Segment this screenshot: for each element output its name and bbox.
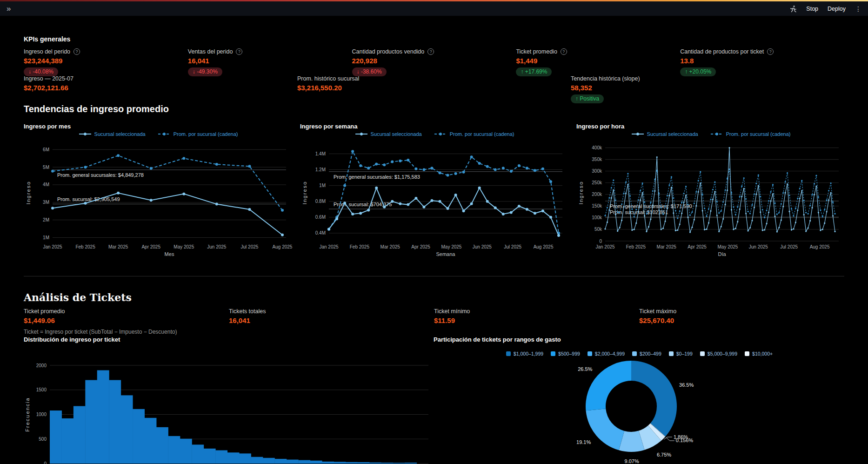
metric-ticket-maximo: Ticket máximo $25,670.40 <box>639 308 844 324</box>
metric-productos-por-ticket: Cantidad de productos por ticket? 13.8 ↑… <box>680 48 844 76</box>
donut-legend-item[interactable]: $2,000–4,999 <box>588 350 625 357</box>
svg-text:Ingreso: Ingreso <box>302 181 307 205</box>
histogram-bar <box>334 462 346 464</box>
metric-label: Prom. histórico sucursal <box>297 75 359 82</box>
legend-item-solid[interactable]: Sucursal seleccionada <box>79 131 146 137</box>
help-icon[interactable]: ? <box>561 48 567 55</box>
donut-slice[interactable] <box>586 361 631 410</box>
chart-title: Ingreso por hora <box>576 123 845 130</box>
histogram-bar <box>215 451 227 464</box>
svg-text:Jun 2025: Jun 2025 <box>473 244 492 249</box>
help-icon[interactable]: ? <box>73 48 80 55</box>
histogram-bar <box>393 463 405 464</box>
stop-button[interactable]: Stop <box>806 6 818 12</box>
donut-legend-item[interactable]: $5,000–9,999 <box>700 350 737 357</box>
chart-title: Ingreso por mes <box>24 123 293 130</box>
legend-item-dashed[interactable]: Prom. por sucursal (cadena) <box>158 131 238 137</box>
trend-badge: ↑ Positiva <box>571 94 604 103</box>
svg-text:Aug 2025: Aug 2025 <box>810 244 830 249</box>
svg-text:Jan 2025: Jan 2025 <box>43 244 62 249</box>
metric-ingreso-periodo: Ingreso del perido? $23,244,389 ↓ -40.08… <box>24 48 188 76</box>
legend-label: Sucursal seleccionada <box>647 131 698 137</box>
svg-text:May 2025: May 2025 <box>718 244 738 249</box>
metric-prom-historico: Prom. histórico sucursal $3,216,550.20 <box>297 75 571 103</box>
svg-text:May 2025: May 2025 <box>441 244 462 249</box>
svg-text:0.8M: 0.8M <box>315 199 326 204</box>
deploy-button[interactable]: Deploy <box>828 6 846 12</box>
svg-text:Día: Día <box>718 251 726 257</box>
metric-tickets-totales: Tickets totales 16,041 <box>229 308 434 324</box>
expand-sidebar-icon[interactable]: » <box>7 5 11 13</box>
legend-item-solid[interactable]: Sucursal seleccionada <box>631 131 698 137</box>
svg-text:Feb 2025: Feb 2025 <box>350 244 370 249</box>
svg-text:Jun 2025: Jun 2025 <box>207 244 227 249</box>
legend-label: $1,000–1,999 <box>514 351 543 356</box>
dashed-line-icon <box>434 132 447 136</box>
legend-item-dashed[interactable]: Prom. por sucursal (cadena) <box>710 131 791 137</box>
donut-chart[interactable]: 36.5%26.5%19.1%9.07%6.75%1.86%0.156% <box>434 358 845 464</box>
legend-swatch <box>632 351 637 356</box>
donut-legend-item[interactable]: $500–999 <box>551 350 580 357</box>
svg-text:Mar 2025: Mar 2025 <box>108 244 128 249</box>
metric-ticket-promedio-detalle: Ticket promedio $1,449.06 <box>24 308 229 324</box>
donut-slice[interactable] <box>631 361 677 437</box>
histogram-bar <box>239 453 251 464</box>
metric-value: $3,216,550.20 <box>297 84 571 92</box>
svg-text:May 2025: May 2025 <box>174 244 194 249</box>
metric-label: Cantidad de productos por ticket <box>680 48 764 55</box>
svg-text:Aug 2025: Aug 2025 <box>273 244 293 249</box>
metric-ingreso-mes-actual: Ingreso — 2025-07 $2,702,121.66 <box>24 75 297 103</box>
svg-text:36.5%: 36.5% <box>679 382 694 388</box>
svg-text:Jun 2025: Jun 2025 <box>749 244 768 249</box>
svg-text:9.07%: 9.07% <box>625 458 639 464</box>
histogram-bar <box>251 457 263 464</box>
ticket-kpi-row: Ticket promedio $1,449.06 Tickets totale… <box>24 308 844 324</box>
metric-label: Ticket promedio <box>24 308 65 315</box>
legend-item-solid[interactable]: Sucursal seleccionada <box>355 131 422 137</box>
svg-text:1.4M: 1.4M <box>315 151 326 156</box>
svg-text:19.1%: 19.1% <box>576 439 591 445</box>
donut-legend-item[interactable]: $1,000–1,999 <box>506 350 543 357</box>
svg-text:Ingreso: Ingreso <box>578 181 584 205</box>
help-icon[interactable]: ? <box>767 48 774 55</box>
ticket-formula-caption: Ticket = Ingreso por ticket (SubTotal − … <box>24 329 177 335</box>
legend-swatch <box>588 351 592 356</box>
metric-label: Ingreso — 2025-07 <box>24 75 73 82</box>
section-divider <box>24 276 844 276</box>
legend-label: $5,000–9,999 <box>708 351 737 356</box>
histogram-bar <box>156 427 168 464</box>
histogram-bar <box>274 459 287 464</box>
svg-text:4M: 4M <box>43 182 49 187</box>
legend-label: $0–199 <box>676 351 693 356</box>
chart-ingreso-por-hora: Ingreso por hora Sucursal seleccionada P… <box>576 123 845 260</box>
legend-swatch <box>669 351 674 356</box>
svg-text:Jan 2025: Jan 2025 <box>319 244 339 249</box>
analisis-tickets-title: Análisis de Tickets <box>24 291 132 303</box>
kpi-row-2: Ingreso — 2025-07 $2,702,121.66 Prom. hi… <box>24 75 844 103</box>
histogram-bar <box>287 460 299 464</box>
svg-text:Aug 2025: Aug 2025 <box>534 244 554 249</box>
histogram-chart[interactable]: 0500100015002000010002000300040005000600… <box>24 347 433 464</box>
overflow-menu-icon[interactable]: ⋮ <box>855 5 861 13</box>
metric-value: $11.59 <box>434 316 639 324</box>
line-chart-mes[interactable]: 1M2M3M4M5M6MProm. general sucursales: $4… <box>24 138 293 258</box>
line-chart-semana[interactable]: 0.4M0.6M0.8M1M1.2M1.4MProm. general sucu… <box>300 138 569 258</box>
legend-swatch <box>506 351 511 356</box>
histogram-bar <box>133 409 145 464</box>
donut-slice[interactable] <box>586 409 624 450</box>
legend-label: Prom. por sucursal (cadena) <box>726 131 791 137</box>
svg-text:0.4M: 0.4M <box>315 230 326 235</box>
svg-text:150k: 150k <box>592 203 602 208</box>
help-icon[interactable]: ? <box>236 48 242 55</box>
svg-text:2000: 2000 <box>36 363 47 368</box>
legend-item-dashed[interactable]: Prom. por sucursal (cadena) <box>434 131 514 137</box>
donut-legend-item[interactable]: $10,000+ <box>745 350 773 357</box>
legend-label: Sucursal seleccionada <box>371 131 422 137</box>
legend-label: $2,000–4,999 <box>595 351 625 356</box>
line-chart-hora[interactable]: 050k100k150k200k250k300k350k400kProm. ge… <box>576 138 845 258</box>
donut-legend-item[interactable]: $200–499 <box>632 350 661 357</box>
help-icon[interactable]: ? <box>427 48 434 55</box>
donut-legend-item[interactable]: $0–199 <box>669 350 693 357</box>
svg-text:Semana: Semana <box>436 251 456 257</box>
svg-text:Prom. general sucursales: $4,8: Prom. general sucursales: $4,849,278 <box>57 172 144 178</box>
